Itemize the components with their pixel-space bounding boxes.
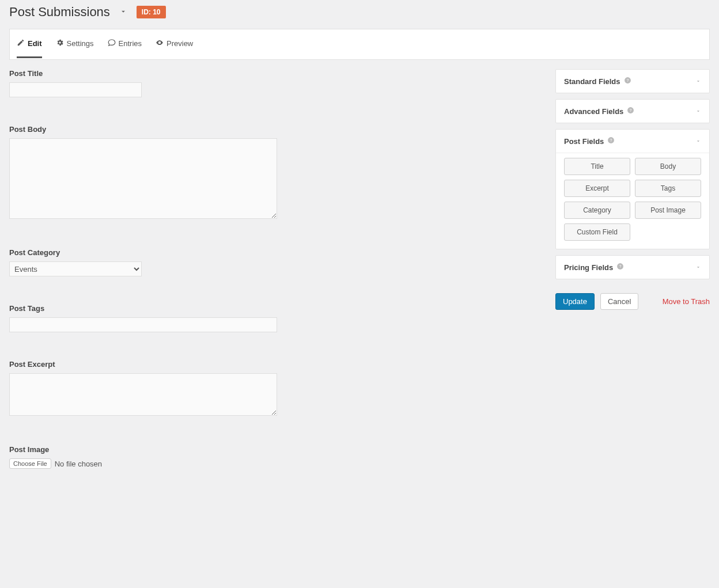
post-category-select[interactable]: Events (9, 261, 142, 276)
tab-label: Edit (28, 39, 42, 48)
field-button-category[interactable]: Category (564, 202, 630, 219)
choose-file-button[interactable]: Choose File (9, 458, 51, 469)
tab-preview[interactable]: Preview (149, 29, 200, 59)
field-label: Post Category (9, 248, 544, 257)
svg-text:?: ? (626, 78, 629, 82)
field-post-category: Post Category Events (9, 248, 544, 276)
edit-icon (17, 39, 25, 48)
field-button-custom-field[interactable]: Custom Field (564, 223, 630, 241)
help-icon: ? (627, 107, 634, 116)
panel-post-fields: Post Fields ? Title Body Excerpt Tags Ca… (555, 129, 710, 249)
form-id-badge: ID: 10 (137, 6, 166, 18)
field-post-title: Post Title (9, 69, 544, 97)
move-to-trash-link[interactable]: Move to Trash (663, 297, 710, 306)
field-button-body[interactable]: Body (635, 158, 701, 175)
field-button-excerpt[interactable]: Excerpt (564, 180, 630, 197)
form-editor: Post Title Post Body Post Category Event… (9, 69, 544, 496)
gear-icon (56, 39, 64, 48)
eye-icon (156, 39, 164, 48)
panel-header[interactable]: Pricing Fields ? (556, 256, 709, 279)
caret-down-icon (695, 107, 701, 116)
panel-title: Advanced Fields (564, 107, 623, 116)
svg-text:?: ? (630, 108, 632, 112)
field-post-excerpt: Post Excerpt (9, 360, 544, 418)
panel-title: Post Fields (564, 137, 604, 146)
cancel-button[interactable]: Cancel (600, 293, 638, 310)
field-label: Post Excerpt (9, 360, 544, 369)
tab-settings[interactable]: Settings (49, 29, 101, 59)
field-button-tags[interactable]: Tags (635, 180, 701, 197)
field-label: Post Tags (9, 304, 544, 313)
field-label: Post Body (9, 125, 544, 134)
panel-title: Standard Fields (564, 77, 620, 86)
help-icon: ? (616, 263, 624, 272)
panel-standard-fields: Standard Fields ? (555, 69, 710, 93)
tab-edit[interactable]: Edit (10, 29, 49, 59)
post-excerpt-textarea[interactable] (9, 373, 277, 416)
panel-header[interactable]: Standard Fields ? (556, 70, 709, 93)
help-icon: ? (624, 77, 631, 86)
panel-header[interactable]: Advanced Fields ? (556, 100, 709, 123)
tab-label: Settings (67, 39, 94, 48)
tab-entries[interactable]: Entries (101, 29, 149, 59)
panel-advanced-fields: Advanced Fields ? (555, 99, 710, 123)
page-title: Post Submissions (9, 5, 110, 20)
chevron-down-icon[interactable] (119, 7, 127, 17)
field-label: Post Title (9, 69, 544, 78)
field-post-image: Post Image Choose File No file chosen (9, 445, 544, 469)
svg-text:?: ? (619, 264, 622, 268)
field-button-title[interactable]: Title (564, 158, 630, 175)
post-tags-input[interactable] (9, 317, 277, 332)
panel-header[interactable]: Post Fields ? (556, 130, 709, 153)
form-tabs: Edit Settings Entries Preview (9, 29, 710, 60)
post-body-textarea[interactable] (9, 138, 277, 219)
page-header: Post Submissions ID: 10 (0, 0, 719, 29)
help-icon: ? (607, 136, 615, 146)
fields-sidebar: Standard Fields ? Advanced Fields ? Post… (555, 69, 710, 310)
field-post-tags: Post Tags (9, 304, 544, 332)
tab-label: Preview (166, 39, 193, 48)
file-status-text: No file chosen (55, 460, 102, 468)
update-button[interactable]: Update (555, 293, 595, 310)
panel-pricing-fields: Pricing Fields ? (555, 255, 710, 279)
tab-label: Entries (119, 39, 142, 48)
svg-text:?: ? (610, 138, 612, 142)
caret-down-icon (695, 77, 701, 86)
comment-icon (108, 39, 116, 48)
field-label: Post Image (9, 445, 544, 454)
post-title-input[interactable] (9, 82, 142, 97)
caret-down-icon (695, 263, 701, 272)
field-post-body: Post Body (9, 125, 544, 221)
field-button-post-image[interactable]: Post Image (635, 202, 701, 219)
caret-down-icon (695, 137, 701, 146)
panel-title: Pricing Fields (564, 263, 613, 272)
form-actions: Update Cancel Move to Trash (555, 293, 710, 310)
